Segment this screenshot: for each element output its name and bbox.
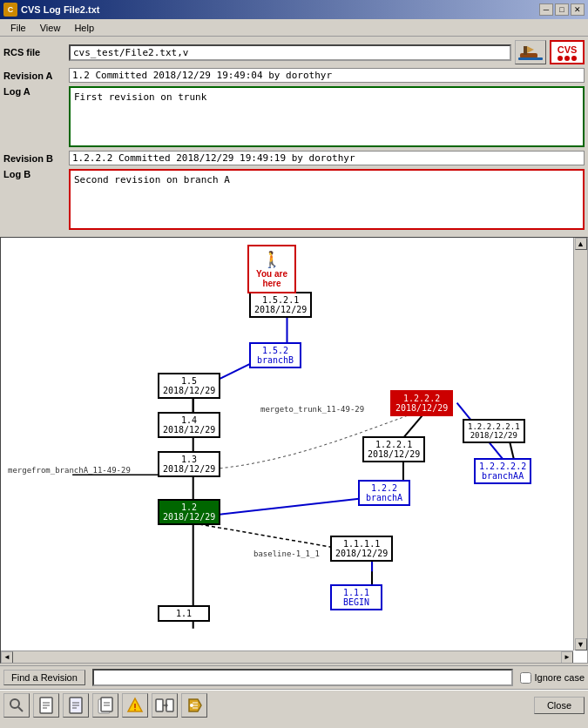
node-1-2[interactable]: 1.22018/12/29 <box>158 499 220 525</box>
log-a-row: Log A First revision on trunk <box>3 86 585 147</box>
node-1-1-1-1[interactable]: 1.1.1.12018/12/29 <box>330 536 393 562</box>
you-are-here-node: 🚶 You arehere <box>247 245 296 293</box>
rcs-label: RCS file <box>3 47 69 57</box>
menu-file[interactable]: File <box>3 21 33 35</box>
document2-tool-button[interactable] <box>63 693 89 718</box>
label-mergefrom: mergefrom_branchA_11-49-29 <box>8 466 131 475</box>
node-1-2-2-1[interactable]: 1.2.2.12018/12/29 <box>362 436 425 462</box>
find-revision-button[interactable]: Find a Revision <box>3 670 85 685</box>
label-baseline: baseline-1_1_1 <box>253 549 320 558</box>
log-b-box[interactable]: Second revision on branch A <box>69 169 585 230</box>
document3-icon <box>98 697 113 714</box>
node-1-5-2[interactable]: 1.5.2branchB <box>249 342 301 368</box>
find-input[interactable] <box>92 669 513 686</box>
scroll-left-button[interactable]: ◄ <box>1 651 13 664</box>
revision-b-value: 1.2.2.2 Committed 2018/12/29 19:49:19 by… <box>69 151 585 165</box>
maximize-button[interactable]: □ <box>555 3 569 16</box>
warning-tool-button[interactable] <box>122 693 148 718</box>
vertical-scrollbar[interactable]: ▲ ▼ <box>573 238 587 650</box>
label-mergeto: mergeto_trunk_11-49-29 <box>260 405 364 414</box>
compare-icon <box>155 697 174 714</box>
node-1-3[interactable]: 1.32018/12/29 <box>158 451 220 477</box>
svg-rect-39 <box>156 699 163 711</box>
window-controls[interactable]: ─ □ ✕ <box>539 3 585 16</box>
close-button[interactable]: Close <box>534 697 585 714</box>
log-a-label: Log A <box>3 86 69 97</box>
svg-rect-33 <box>101 698 112 711</box>
tag-icon <box>186 697 203 714</box>
revision-a-value: 1.2 Committed 2018/12/29 19:49:04 by dor… <box>69 68 585 83</box>
node-1-5-2-1[interactable]: 1.5.2.12018/12/29 <box>249 292 312 318</box>
document2-icon <box>68 697 84 714</box>
main-content: RCS file cvs_test/File2.txt,v CVS <box>0 37 588 235</box>
log-b-row: Log B Second revision on branch A <box>3 169 585 230</box>
scroll-down-button[interactable]: ▼ <box>575 638 587 650</box>
graph-container[interactable]: 🚶 You arehere 1.5.2.12018/12/29 1.5.2bra… <box>0 237 588 664</box>
revision-b-label: Revision B <box>3 153 69 164</box>
document3-tool-button[interactable] <box>92 693 118 718</box>
warning-icon <box>126 697 144 714</box>
svg-line-12 <box>220 497 377 515</box>
log-a-box[interactable]: First revision on trunk <box>69 86 585 147</box>
svg-line-23 <box>18 707 23 711</box>
title-bar: C CVS Log File2.txt ─ □ ✕ <box>0 0 588 19</box>
rcs-row: RCS file cvs_test/File2.txt,v CVS <box>3 40 585 64</box>
close-window-button[interactable]: ✕ <box>571 3 585 16</box>
search-icon <box>8 697 25 714</box>
revision-a-label: Revision A <box>3 71 69 81</box>
svg-rect-3 <box>518 57 543 60</box>
svg-marker-2 <box>527 46 534 53</box>
ship-icon-box[interactable] <box>515 40 546 64</box>
node-1-2-2[interactable]: 1.2.2branchA <box>358 480 410 506</box>
svg-point-22 <box>10 699 19 708</box>
ignore-case-checkbox[interactable] <box>520 672 531 684</box>
revision-a-row: Revision A 1.2 Committed 2018/12/29 19:4… <box>3 68 585 83</box>
rcs-value: cvs_test/File2.txt,v <box>69 44 511 61</box>
node-1-2-2-2-2-1[interactable]: 1.2.2.2.2.12018/12/29 <box>463 419 525 443</box>
ignore-case-row: Ignore case <box>520 672 585 684</box>
menu-bar: File View Help <box>0 19 588 37</box>
log-b-label: Log B <box>3 169 69 179</box>
node-1-2-2-2[interactable]: 1.2.2.22018/12/29 <box>390 390 453 416</box>
document-icon <box>38 697 54 714</box>
revision-b-row: Revision B 1.2.2.2 Committed 2018/12/29 … <box>3 151 585 165</box>
minimize-button[interactable]: ─ <box>539 3 553 16</box>
app-icon: C <box>3 3 17 17</box>
document-tool-button[interactable] <box>33 693 59 718</box>
compare-tool-button[interactable] <box>152 693 178 718</box>
ship-icon <box>518 43 543 62</box>
node-1-2-2-2-2[interactable]: 1.2.2.2.2branchAA <box>474 458 531 484</box>
node-1-1[interactable]: 1.1 <box>158 605 210 622</box>
cvs-badge: CVS <box>550 40 585 64</box>
scroll-track-h <box>13 651 561 663</box>
svg-rect-1 <box>524 46 527 55</box>
log-b-content: Second revision on branch A <box>74 174 230 185</box>
find-bar: Find a Revision Ignore case <box>0 665 588 690</box>
horizontal-scrollbar[interactable]: ◄ ► <box>1 650 573 663</box>
svg-line-20 <box>193 523 346 549</box>
window-title: CVS Log File2.txt <box>21 4 99 15</box>
node-1-1-1[interactable]: 1.1.1BEGIN <box>330 584 382 610</box>
bottom-toolbar: Close <box>0 690 588 720</box>
search-tool-button[interactable] <box>3 693 30 718</box>
toolbar-icons <box>3 693 207 718</box>
log-a-content: First revision on trunk <box>74 91 206 103</box>
node-1-4[interactable]: 1.42018/12/29 <box>158 412 220 438</box>
menu-help[interactable]: Help <box>67 21 101 35</box>
scroll-up-button[interactable]: ▲ <box>575 238 587 250</box>
svg-point-38 <box>134 709 136 711</box>
scroll-right-button[interactable]: ► <box>561 651 573 664</box>
ignore-case-label: Ignore case <box>535 672 585 683</box>
node-1-5[interactable]: 1.52018/12/29 <box>158 373 220 399</box>
menu-view[interactable]: View <box>33 21 68 35</box>
tag-tool-button[interactable] <box>181 693 207 718</box>
